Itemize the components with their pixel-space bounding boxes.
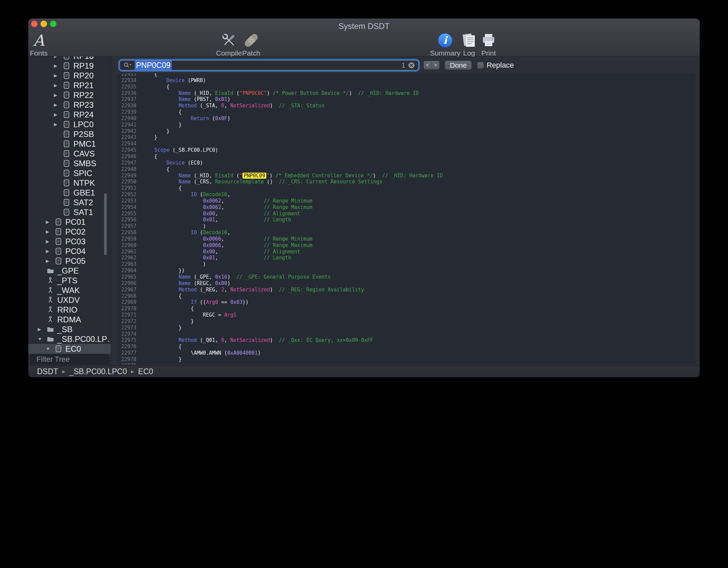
disclosure-triangle-icon[interactable]: ▶ — [46, 239, 55, 244]
clear-search-icon[interactable] — [408, 62, 415, 69]
disclosure-triangle-icon[interactable]: ▶ — [54, 63, 63, 68]
sidebar-tree-inner: ▶RP18▶RP19▶RP20▶RP21▶RP22▶RP23▶RP24▶LPC0… — [28, 57, 111, 354]
code-line: 22951 { — [117, 185, 696, 191]
device-icon — [63, 62, 71, 70]
sidebar-item-pc05[interactable]: ▶PC05 — [28, 256, 111, 266]
chevron-left-icon: < — [426, 62, 429, 69]
toolbar-fonts-button[interactable]: A Fonts — [28, 32, 59, 57]
disclosure-triangle-icon[interactable]: ▶ — [38, 327, 46, 332]
disclosure-triangle-icon[interactable]: ▶ — [46, 249, 55, 254]
find-previous-button[interactable]: < — [424, 61, 431, 69]
toolbar-print-button[interactable]: Print — [468, 32, 509, 57]
sidebar-item-rrio[interactable]: RRIO — [28, 305, 111, 315]
line-number: 22946 — [117, 153, 136, 160]
line-number: 22949 — [117, 173, 136, 179]
sidebar-item-rp21[interactable]: ▶RP21 — [28, 80, 111, 90]
folder-icon — [46, 335, 55, 343]
sidebar-item-spic[interactable]: SPIC — [28, 168, 111, 178]
tree-item-label: PC01 — [65, 217, 86, 227]
sidebar-item-sat1[interactable]: SAT1 — [28, 207, 111, 217]
sidebar-item-p2sb[interactable]: P2SB — [28, 129, 111, 139]
sidebar-item-pc03[interactable]: ▶PC03 — [28, 237, 111, 246]
code-line: 22964 }) — [117, 268, 696, 274]
disclosure-triangle-icon[interactable]: ▶ — [54, 57, 63, 59]
editor[interactable]: 22933 {22934 Device (PWRB)22935 {22936 N… — [117, 73, 696, 364]
disclosure-triangle-icon[interactable]: ▶ — [46, 258, 55, 263]
minimize-button[interactable] — [40, 21, 47, 27]
sidebar-item-sat2[interactable]: SAT2 — [28, 198, 111, 207]
print-icon — [481, 32, 497, 48]
patch-icon — [243, 32, 259, 48]
disclosure-triangle-icon[interactable]: ▶ — [54, 102, 63, 107]
sidebar-item--sb-pc00-lp-[interactable]: ▼_SB.PC00.LP… — [28, 334, 111, 344]
disclosure-triangle-icon[interactable]: ▼ — [46, 346, 55, 351]
sidebar-item-ec0[interactable]: ▼EC0 — [28, 344, 111, 354]
close-button[interactable] — [31, 21, 38, 27]
sidebar-item--sb[interactable]: ▶_SB — [28, 324, 111, 334]
code-line: 22936 Name (_HID, EisaId ("PNP0C0C") /* … — [117, 90, 696, 97]
sidebar-item--wak[interactable]: _WAK — [28, 285, 111, 295]
replace-checkbox[interactable] — [477, 62, 484, 69]
line-number: 22933 — [117, 73, 136, 77]
sidebar-item-uxdv[interactable]: UXDV — [28, 295, 111, 305]
line-number: 22974 — [117, 331, 136, 338]
sidebar-item-rp19[interactable]: ▶RP19 — [28, 61, 111, 71]
disclosure-triangle-icon[interactable]: ▶ — [54, 122, 63, 127]
sidebar-item-pc02[interactable]: ▶PC02 — [28, 227, 111, 237]
sidebar-item-rp22[interactable]: ▶RP22 — [28, 90, 111, 100]
disclosure-triangle-icon[interactable]: ▼ — [38, 336, 46, 342]
sidebar-item-ntpk[interactable]: NTPK — [28, 178, 111, 188]
line-number: 22939 — [117, 109, 136, 115]
tree-item-label: SAT1 — [73, 208, 93, 217]
line-number: 22969 — [117, 299, 136, 306]
method-icon — [46, 316, 55, 323]
sidebar-item-gbe1[interactable]: GBE1 — [28, 188, 111, 198]
tree-item-label: NTPK — [73, 178, 95, 188]
sidebar-item-rdma[interactable]: RDMA — [28, 315, 111, 324]
sidebar-scrollbar[interactable] — [104, 193, 107, 255]
sidebar-item-rp24[interactable]: ▶RP24 — [28, 110, 111, 119]
toolbar-patch-button[interactable]: Patch — [231, 32, 271, 57]
sidebar-item-cavs[interactable]: CAVS — [28, 149, 111, 158]
sidebar-item-rp18[interactable]: ▶RP18 — [28, 57, 111, 61]
code-line: 22968 { — [117, 293, 696, 299]
disclosure-triangle-icon[interactable]: ▶ — [54, 73, 63, 78]
zoom-button[interactable] — [50, 21, 57, 27]
disclosure-triangle-icon[interactable]: ▶ — [54, 83, 63, 88]
find-input[interactable]: PNP0C09 1 — [120, 60, 419, 70]
disclosure-triangle-icon[interactable]: ▶ — [54, 93, 63, 98]
code-line: 22962 0x01, // Length — [117, 255, 696, 261]
code-line: 22970 { — [117, 306, 696, 312]
filter-tree-field[interactable] — [30, 355, 109, 364]
chevron-right-icon: > — [434, 62, 437, 69]
breadcrumb-scope[interactable]: _SB.PC00.LPC0 — [69, 367, 127, 376]
sidebar-item-pc01[interactable]: ▶PC01 — [28, 217, 111, 227]
device-icon — [63, 81, 71, 89]
breadcrumb-device[interactable]: EC0 — [138, 367, 153, 376]
disclosure-triangle-icon[interactable]: ▶ — [54, 112, 63, 117]
toolbar-patch-label: Patch — [242, 49, 260, 57]
disclosure-triangle-icon[interactable]: ▶ — [46, 229, 55, 234]
line-number: 22959 — [117, 236, 136, 242]
breadcrumb-dsdt[interactable]: DSDT — [37, 367, 58, 376]
sidebar-item-rp20[interactable]: ▶RP20 — [28, 71, 111, 80]
tree-item-label: PC02 — [65, 227, 86, 237]
code-line: 22967 Method (_REG, 2, NotSerialized) //… — [117, 287, 696, 293]
sidebar-item--gpe[interactable]: _GPE — [28, 266, 111, 276]
sidebar-item-pc04[interactable]: ▶PC04 — [28, 246, 111, 256]
method-icon — [46, 286, 55, 294]
sidebar-item-smbs[interactable]: SMBS — [28, 158, 111, 168]
sidebar-item--pts[interactable]: _PTS — [28, 276, 111, 285]
sidebar-item-lpc0[interactable]: ▶LPC0 — [28, 119, 111, 129]
line-number: 22951 — [117, 185, 136, 191]
code-line: 22948 { — [117, 166, 696, 173]
sidebar-item-rp23[interactable]: ▶RP23 — [28, 100, 111, 110]
find-prev-next: < > — [424, 61, 439, 69]
sidebar-item-pmc1[interactable]: PMC1 — [28, 139, 111, 149]
find-next-button[interactable]: > — [432, 61, 439, 69]
code-line: 22965 Name (_GPE, 0x16) // _GPE: General… — [117, 274, 696, 280]
search-menu-icon[interactable] — [123, 62, 132, 69]
line-number: 22973 — [117, 325, 136, 331]
done-button[interactable]: Done — [445, 61, 472, 70]
disclosure-triangle-icon[interactable]: ▶ — [46, 219, 55, 224]
